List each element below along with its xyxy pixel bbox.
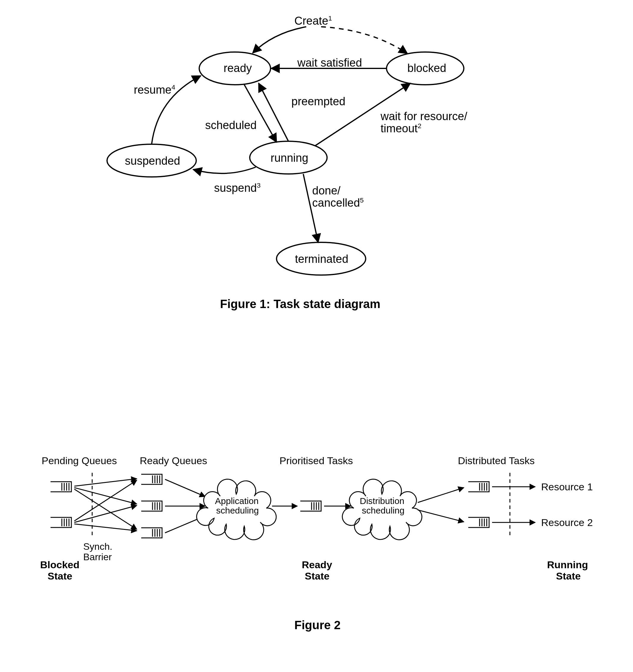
- label-wait-resource: wait for resource/: [381, 110, 467, 123]
- label-scheduled: scheduled: [205, 119, 257, 132]
- edge-preempted: [259, 83, 288, 141]
- label-terminated: terminated: [295, 253, 348, 266]
- label-resource-2: Resource 2: [541, 517, 593, 528]
- arrow-p1-r2: [74, 488, 137, 504]
- queue-prioritised: [300, 501, 321, 511]
- label-cancelled: cancelled5: [312, 196, 364, 209]
- label-blocked-state-2: State: [48, 570, 72, 582]
- label-create: Create1: [294, 14, 332, 27]
- figure1-caption: Figure 1: Task state diagram: [220, 297, 380, 311]
- figure1-svg: [0, 0, 633, 327]
- label-dist-sched-1: Distribution: [360, 496, 404, 506]
- label-wait-satisfied: wait satisfied: [297, 56, 362, 69]
- arrow-p2-r3: [74, 524, 137, 531]
- arrow-r1-app: [165, 479, 205, 497]
- label-running-state-2: State: [556, 570, 581, 582]
- label-resume: resume4: [134, 83, 175, 96]
- queue-ready-2: [141, 501, 162, 511]
- label-running-state-1: Running: [547, 559, 588, 571]
- label-app-sched-1: Application: [215, 496, 259, 506]
- header-ready-queues: Ready Queues: [140, 455, 207, 466]
- figure2-svg: [0, 440, 633, 619]
- label-done: done/: [312, 184, 340, 197]
- label-dist-sched-2: scheduling: [362, 505, 404, 515]
- label-blocked-state-1: Blocked: [40, 559, 79, 571]
- header-pending-queues: Pending Queues: [42, 455, 117, 466]
- label-running: running: [271, 152, 308, 164]
- arrow-p1-r3: [74, 489, 137, 529]
- queue-ready-1: [141, 474, 162, 484]
- label-app-sched-2: scheduling: [216, 505, 259, 515]
- queue-ready-3: [141, 528, 162, 538]
- header-distributed-tasks: Distributed Tasks: [458, 455, 535, 466]
- header-prioritised-tasks: Prioritised Tasks: [279, 455, 353, 466]
- label-ready-state-2: State: [305, 570, 330, 582]
- arrow-dist-d2: [418, 510, 464, 522]
- edge-suspend: [193, 167, 256, 173]
- label-ready-state-1: Ready: [302, 559, 332, 571]
- arrow-p2-r1: [74, 480, 137, 521]
- queue-distributed-2: [468, 518, 489, 527]
- arrow-p2-r2: [74, 505, 137, 523]
- label-resource-1: Resource 1: [541, 481, 593, 493]
- queue-pending-1: [51, 482, 71, 492]
- label-ready: ready: [224, 62, 252, 75]
- queue-distributed-1: [468, 482, 489, 492]
- edge-scheduled: [244, 84, 276, 142]
- queue-pending-2: [51, 518, 71, 527]
- arrow-p1-r1: [74, 479, 137, 486]
- label-suspended: suspended: [125, 154, 180, 167]
- label-barrier: Barrier: [83, 552, 112, 562]
- label-blocked: blocked: [407, 62, 446, 75]
- edge-create-ready: [253, 27, 306, 53]
- label-preempted: preempted: [291, 95, 345, 108]
- edge-create-blocked: [321, 27, 407, 53]
- arrow-dist-d1: [418, 488, 464, 503]
- label-synch: Synch.: [83, 541, 113, 552]
- figure2-caption: Figure 2: [294, 619, 341, 632]
- label-timeout: timeout2: [381, 122, 421, 135]
- label-suspend: suspend3: [214, 182, 261, 194]
